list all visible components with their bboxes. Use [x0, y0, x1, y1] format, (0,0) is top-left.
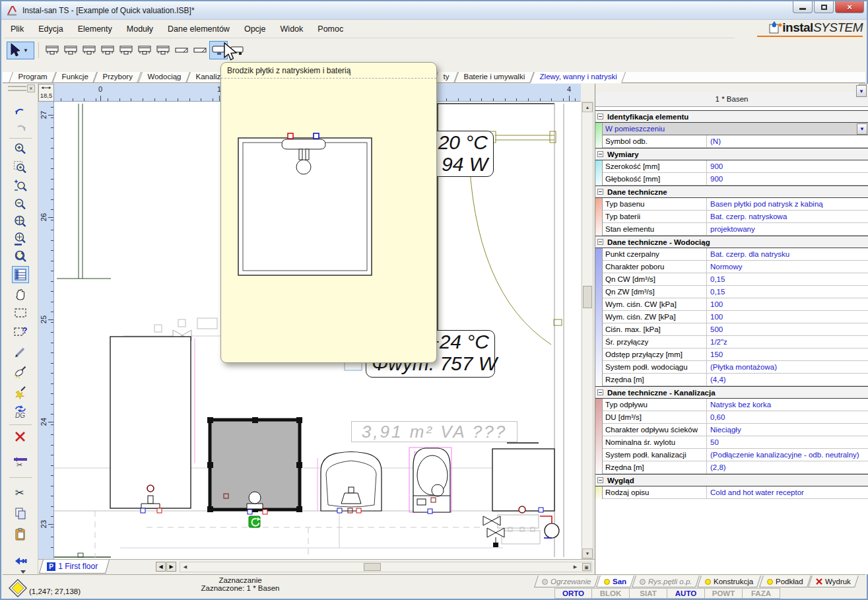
section-title[interactable]: Wygląd: [595, 474, 868, 486]
property-row[interactable]: Rzędna [m](4,4): [603, 374, 868, 386]
section-title[interactable]: Wymiary: [595, 148, 868, 160]
canvas-vertical-scrollbar[interactable]: ▲ ▼: [582, 102, 593, 559]
property-row[interactable]: Odstęp przyłączy [mm]150: [603, 349, 868, 361]
collapse-icon[interactable]: [597, 239, 603, 245]
page-view-icon[interactable]: ▣: [582, 563, 591, 571]
property-row[interactable]: Punkt czerpalnyBat. czerp. dla natrysku: [603, 248, 868, 261]
copy-button[interactable]: [13, 506, 28, 521]
section-title[interactable]: Dane techniczne: [595, 185, 868, 198]
washbasin-tool-5-icon[interactable]: [117, 41, 135, 59]
zoom-out-button[interactable]: [13, 197, 28, 212]
property-row[interactable]: Głębokość [mm]900: [603, 173, 868, 185]
mode-button-5[interactable]: FAZA: [743, 588, 780, 599]
pan-hand-button[interactable]: [13, 287, 28, 302]
property-value[interactable]: Bat. czerp. dla natrysku: [707, 250, 868, 258]
property-value[interactable]: 500: [707, 325, 868, 333]
property-row[interactable]: W pomieszczeniu▼: [603, 123, 868, 135]
menu-item-5[interactable]: Opcje: [244, 24, 266, 34]
water-heater-symbol[interactable]: [492, 443, 554, 513]
property-row[interactable]: Qn CW [dm³/s]0,15: [603, 273, 868, 286]
property-row[interactable]: System podł. wodociągu(Płytka montażowa): [603, 361, 868, 374]
section-title[interactable]: Dane techniczne - Kanalizacja: [595, 386, 868, 399]
tab-1[interactable]: Funkcje: [52, 72, 97, 83]
rotate-handle-icon[interactable]: [249, 516, 261, 527]
property-row[interactable]: Rodzaj opisuCold and hot water receptor: [603, 486, 868, 499]
menu-item-7[interactable]: Pomoc: [317, 24, 343, 34]
paste-button[interactable]: [13, 527, 28, 542]
mode-button-1[interactable]: BLOK: [592, 588, 630, 599]
select-tool-dropdown-icon[interactable]: ▼: [23, 48, 28, 53]
row-dropdown-icon[interactable]: ▼: [857, 123, 867, 135]
sheet-prev-icon[interactable]: ◀: [156, 562, 166, 572]
zoom-pan-button[interactable]: [13, 215, 28, 229]
shower-tray-selected[interactable]: [207, 417, 302, 527]
property-value[interactable]: 0,15: [707, 275, 868, 283]
layer-tab-0[interactable]: Ogrzewanie: [534, 576, 599, 587]
property-value[interactable]: Natrysk bez korka: [707, 401, 868, 409]
select-query-button[interactable]: ?: [13, 324, 28, 339]
toolbar-grip[interactable]: [8, 86, 26, 91]
property-value[interactable]: 900: [707, 162, 868, 170]
redo-button[interactable]: [13, 121, 28, 136]
close-button[interactable]: ×: [835, 1, 864, 13]
washbasin-tool-7-icon[interactable]: [154, 41, 172, 59]
toolbar-close-icon[interactable]: ×: [27, 84, 35, 92]
zoom-adjust-button[interactable]: [13, 179, 28, 193]
bathtub-symbol[interactable]: [110, 337, 191, 513]
property-value[interactable]: 100: [707, 313, 868, 321]
menu-item-6[interactable]: Widok: [281, 24, 304, 34]
zoom-pan-base-button[interactable]: [13, 232, 28, 246]
property-value[interactable]: 100: [707, 300, 868, 308]
menu-item-1[interactable]: Edycja: [38, 24, 63, 34]
paint-burst-button[interactable]: [13, 385, 28, 399]
property-row[interactable]: System podł. kanalizacji(Podłączenie kan…: [603, 449, 868, 461]
washbasin-tool-6-icon[interactable]: [135, 41, 154, 59]
cut-element-button[interactable]: ✂: [13, 453, 28, 468]
tab-6[interactable]: Baterie i umywalki: [454, 72, 534, 83]
shower-tray-flat-2-icon[interactable]: [191, 41, 209, 59]
property-row[interactable]: Qn ZW [dm³/s]0,15: [603, 286, 868, 298]
zoom-in-button[interactable]: [13, 142, 28, 156]
scroll-up-icon[interactable]: ▲: [582, 102, 593, 112]
property-row[interactable]: Typ odpływuNatrysk bez korka: [603, 399, 868, 411]
property-value[interactable]: (Płytka montażowa): [707, 363, 868, 371]
property-row[interactable]: Charakter odpływu ściekówNieciągły: [603, 424, 868, 436]
property-row[interactable]: Śr. przyłączy1/2"z: [603, 336, 868, 349]
property-row[interactable]: Charakter poboruNormowy: [603, 261, 868, 273]
collapse-icon[interactable]: [597, 114, 603, 119]
property-row[interactable]: Ciśn. max. [kPa]500: [603, 323, 868, 336]
valve-pump-group[interactable]: [483, 515, 559, 547]
collapse-icon[interactable]: [597, 151, 603, 157]
washbasin-tool-4-icon[interactable]: [98, 41, 117, 59]
undo-button[interactable]: [13, 105, 28, 119]
property-row[interactable]: Nominalna śr. wylotu50: [603, 436, 868, 449]
washbasin-tool-1-icon[interactable]: [43, 41, 61, 59]
washbasin-tool-2-icon[interactable]: [61, 41, 80, 59]
swap-dg-button[interactable]: DG: [13, 405, 28, 419]
menu-item-2[interactable]: Elementy: [78, 24, 112, 34]
sheet-tab-first-floor[interactable]: P 1 First floor: [39, 560, 110, 574]
property-value[interactable]: Normowy: [707, 263, 868, 271]
collapse-icon[interactable]: [597, 477, 603, 483]
property-value[interactable]: 50: [707, 438, 868, 446]
washbasin-tool-3-icon[interactable]: [80, 41, 98, 59]
property-row[interactable]: Wym. ciśn. ZW [kPa]100: [603, 311, 868, 323]
tab-7[interactable]: Zlewy, wanny i natryski: [530, 72, 626, 83]
sheet-next-icon[interactable]: ▶: [166, 562, 176, 572]
select-tool-button[interactable]: ▼: [7, 42, 34, 59]
property-value[interactable]: (N): [707, 137, 868, 145]
layer-tab-3[interactable]: Konstrukcja: [698, 576, 762, 587]
select-rect-button[interactable]: [13, 306, 28, 320]
property-row[interactable]: Stan elementuprojektowany: [603, 223, 868, 236]
property-value[interactable]: Bat. czerp. natryskowa: [707, 213, 868, 220]
property-row[interactable]: Rzędna [m](2,8): [603, 461, 868, 474]
shower-tray-flat-icon[interactable]: [172, 41, 191, 59]
property-value[interactable]: Nieciągły: [707, 426, 868, 434]
cut-button[interactable]: ✂: [13, 485, 28, 500]
table-view-button[interactable]: [12, 266, 29, 283]
property-row[interactable]: Typ bateriiBat. czerp. natryskowa: [603, 211, 868, 223]
mode-button-4[interactable]: POWT: [705, 588, 743, 599]
tab-3[interactable]: Wodociąg: [138, 72, 190, 83]
draw-pen-button[interactable]: [13, 345, 28, 359]
scroll-down-icon[interactable]: ▼: [582, 549, 593, 558]
